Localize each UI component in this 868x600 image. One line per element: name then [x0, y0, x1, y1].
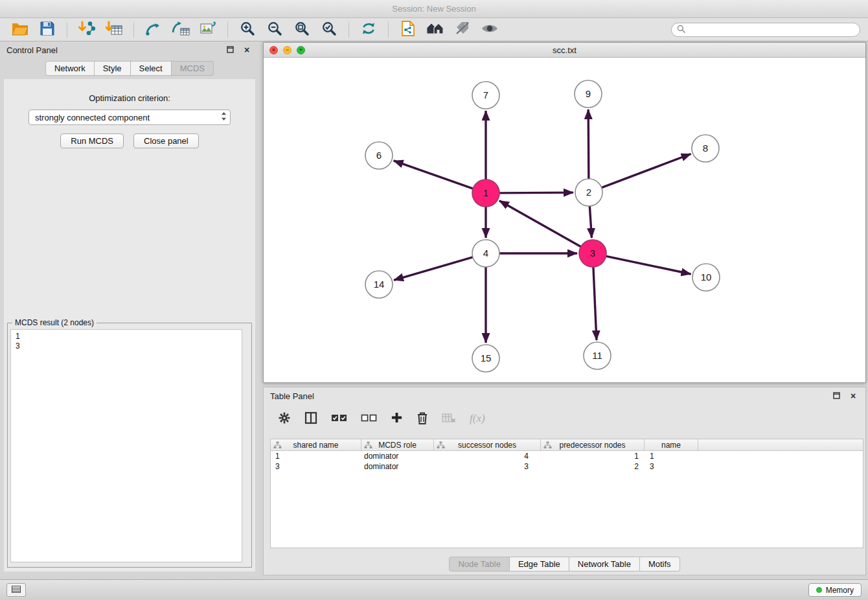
gear-icon [278, 411, 291, 426]
zoom-selected-button[interactable] [317, 20, 341, 40]
graph-node-2[interactable]: 2 [575, 179, 602, 206]
zoom-fit-icon [294, 21, 310, 38]
graph-node-4[interactable]: 4 [472, 240, 499, 267]
column-header-shared-name[interactable]: shared name [271, 439, 361, 450]
float-panel-button[interactable] [224, 44, 236, 56]
zoom-in-button[interactable] [235, 20, 260, 40]
open-session-button[interactable] [8, 20, 32, 40]
fx-icon: f(x) [470, 412, 485, 425]
tab-select[interactable]: Select [131, 61, 172, 76]
function-builder-button[interactable]: f(x) [470, 412, 485, 425]
graph-node-3[interactable]: 3 [579, 240, 606, 267]
criterion-dropdown[interactable]: strongly connected component [29, 110, 231, 125]
import-network-button[interactable] [74, 20, 99, 40]
toolbar-separator [133, 22, 134, 38]
graph-edge-2-3[interactable] [589, 206, 591, 238]
close-table-panel-button[interactable]: × [847, 390, 859, 402]
cell-mcds-role: dominator [361, 452, 434, 461]
close-window-button[interactable]: × [269, 46, 278, 54]
table-panel: Table Panel × f(x) shared name MCDS role… [263, 387, 866, 575]
graph-node-9[interactable]: 9 [575, 80, 602, 108]
graph-node-10[interactable]: 10 [692, 264, 720, 291]
zoom-fit-button[interactable] [290, 20, 314, 40]
select-all-rows-button[interactable] [331, 413, 347, 424]
tab-motifs[interactable]: Motifs [640, 557, 680, 571]
graph-edge-2-9[interactable] [588, 110, 589, 179]
graph-edge-2-8[interactable] [602, 154, 691, 187]
float-icon [227, 45, 234, 54]
graph-edge-1-6[interactable] [394, 161, 474, 189]
table-from-selection-button[interactable] [168, 20, 193, 40]
mcds-result-title: MCDS result (2 nodes) [12, 318, 97, 327]
graph-node-11[interactable]: 11 [584, 342, 611, 369]
tab-network-table[interactable]: Network Table [569, 557, 640, 571]
svg-text:11: 11 [592, 350, 602, 361]
unchecked-boxes-icon [361, 413, 377, 424]
titlebar[interactable]: Session: New Session [0, 0, 868, 18]
status-bar: Memory [0, 579, 868, 600]
apply-layout-button[interactable] [356, 20, 381, 40]
tab-network[interactable]: Network [45, 61, 95, 76]
tab-mcds[interactable]: MCDS [172, 61, 214, 76]
table-settings-button[interactable] [278, 411, 291, 426]
show-column-button[interactable] [304, 411, 317, 426]
column-header-mcds-role[interactable]: MCDS role [361, 439, 434, 450]
import-table-button[interactable] [102, 20, 126, 40]
svg-text:4: 4 [483, 248, 488, 259]
network-window-titlebar[interactable]: × − + scc.txt [264, 43, 865, 58]
add-row-button[interactable] [391, 411, 403, 426]
graph-node-14[interactable]: 14 [365, 271, 393, 298]
export-image-button[interactable] [196, 20, 220, 40]
close-mcds-panel-button[interactable]: Close panel [133, 133, 199, 148]
column-header-successor-nodes[interactable]: successor nodes [434, 439, 541, 450]
graph-edge-4-14[interactable] [394, 257, 473, 280]
close-panel-button[interactable]: × [241, 44, 253, 56]
tab-edge-table[interactable]: Edge Table [510, 557, 569, 571]
run-mcds-button[interactable]: Run MCDS [60, 133, 124, 148]
search-input[interactable] [689, 25, 854, 34]
table-row[interactable]: 1 dominator 4 1 1 [271, 451, 863, 461]
float-table-panel-button[interactable] [830, 390, 842, 402]
delete-table-button[interactable] [442, 413, 456, 425]
control-panel-tabs: Network Style Select MCDS [0, 61, 259, 76]
graph-node-8[interactable]: 8 [692, 135, 719, 162]
eye-icon [481, 22, 499, 37]
svg-text:10: 10 [701, 271, 712, 283]
svg-text:2: 2 [586, 187, 591, 198]
toolbar-separator [67, 22, 67, 38]
graph-edge-3-10[interactable] [606, 256, 691, 274]
mcds-result-list[interactable]: 1 3 [10, 329, 242, 562]
memory-button[interactable]: Memory [808, 583, 862, 597]
graph-node-7[interactable]: 7 [472, 82, 499, 109]
zoom-out-button[interactable] [262, 20, 287, 40]
home-button[interactable] [423, 20, 448, 40]
toolbar-separator [388, 22, 389, 38]
cell-shared-name: 3 [271, 462, 361, 471]
graph-edge-3-11[interactable] [593, 267, 597, 340]
status-menu-button[interactable] [6, 583, 26, 597]
graph-edge-3-1[interactable] [499, 201, 581, 247]
network-from-selection-button[interactable] [141, 20, 166, 40]
graph-edge-1-2[interactable] [499, 192, 573, 193]
app-window: { "titlebar": { "title": "Session: New S… [0, 0, 868, 600]
maximize-window-button[interactable]: + [297, 46, 305, 54]
deselect-all-rows-button[interactable] [361, 413, 377, 424]
hierarchy-icon [364, 441, 372, 451]
graph-node-1[interactable]: 1 [472, 179, 499, 207]
graph-node-15[interactable]: 15 [472, 345, 499, 372]
graph-node-6[interactable]: 6 [365, 142, 393, 169]
column-header-predecessor-nodes[interactable]: predecessor nodes [541, 439, 645, 450]
tab-node-table[interactable]: Node Table [449, 557, 510, 571]
column-header-name[interactable]: name [645, 439, 698, 450]
delete-row-button[interactable] [417, 411, 428, 426]
network-canvas[interactable]: 7968124314101511 [264, 58, 865, 382]
hide-labels-button[interactable] [450, 20, 475, 40]
save-session-button[interactable] [35, 20, 60, 40]
minimize-window-button[interactable]: − [283, 46, 291, 54]
tab-style[interactable]: Style [95, 61, 131, 76]
search-box[interactable] [671, 23, 860, 37]
svg-text:8: 8 [703, 143, 708, 154]
show-details-button[interactable] [477, 20, 502, 40]
share-document-button[interactable] [396, 20, 420, 40]
table-row[interactable]: 3 dominator 3 2 3 [271, 461, 863, 472]
